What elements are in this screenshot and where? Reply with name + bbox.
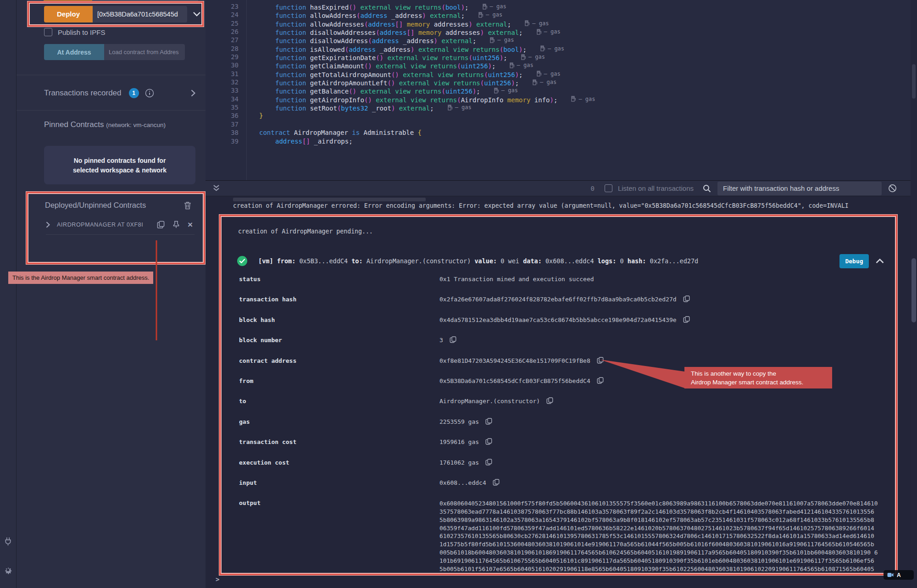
tx-detail-rows: status0x1 Transaction mined and executio… [239, 276, 885, 573]
chevron-right-icon[interactable] [191, 89, 195, 97]
pin-icon[interactable] [172, 221, 180, 228]
gas-estimate-hint: – gas [490, 36, 514, 44]
code-line[interactable]: 28function isAllowed(address _address) e… [206, 44, 911, 53]
info-icon[interactable] [145, 89, 154, 98]
code-line[interactable]: 24function allowAddress(address _address… [206, 11, 911, 19]
settings-icon[interactable] [3, 565, 13, 575]
summary-value: 0x2fa...ed27d [650, 257, 699, 265]
deployed-contract-row[interactable]: AIRDROPMANAGER AT 0XF8I × [46, 221, 193, 228]
line-number: 24 [206, 11, 246, 19]
copy-icon[interactable] [683, 316, 690, 323]
divider [17, 75, 206, 75]
copy-icon[interactable] [485, 459, 492, 466]
code-editor[interactable]: 23function hasExpired() external view re… [206, 0, 911, 180]
close-icon[interactable]: × [188, 222, 193, 228]
copy-icon[interactable] [485, 418, 492, 425]
chevron-up-icon[interactable] [876, 258, 884, 264]
at-address-button[interactable]: At Address [44, 44, 104, 60]
terminal-prompt[interactable]: > [216, 576, 219, 583]
copy-icon[interactable] [597, 357, 604, 364]
code-line[interactable]: 30function getClaimAmount() external vie… [206, 61, 911, 69]
code-line[interactable]: 39address[] _airdrops; [206, 137, 911, 145]
copy-icon[interactable] [485, 438, 492, 445]
tx-summary-row[interactable]: [vm] from: 0x5B3...eddC4 to: AirdropMana… [236, 253, 884, 269]
copy-icon[interactable] [546, 397, 553, 404]
divider [17, 110, 206, 111]
deploy-button[interactable]: Deploy [44, 6, 93, 22]
tx-detail-row: block number3 [239, 337, 885, 357]
gas-pump-icon [521, 54, 526, 60]
deploy-args-field[interactable]: [0x5B38Da6a701c568545d [93, 6, 187, 22]
code-line[interactable]: 25function allowAddresses(address[] memo… [206, 19, 911, 28]
divider [46, 234, 195, 235]
copy-icon[interactable] [597, 377, 604, 384]
editor-scrollbar-thumb[interactable] [912, 64, 916, 99]
code-line[interactable]: 36} [206, 111, 911, 120]
icon-panel [0, 0, 17, 588]
tx-detail-value-text: 0x2fa26e67607ada8f276024f828782ebafe6ff0… [439, 296, 677, 303]
gas-pump-icon [478, 12, 483, 18]
annotation-copy-line2: Airdrop Manager smart contract address. [691, 378, 832, 387]
code-text: function allowAddresses(address[] memory… [246, 19, 549, 28]
error-log-line: creation of AirdropManager errored: Erro… [233, 202, 903, 209]
search-icon [703, 184, 711, 193]
publish-ipfs-checkbox[interactable] [44, 28, 52, 36]
collapse-terminal-icon[interactable] [213, 184, 220, 192]
listen-all-checkbox[interactable] [605, 184, 612, 192]
line-number: 37 [206, 120, 246, 128]
tx-detail-value-text: 0x5B38Da6a701c568545dCfcB03FcB875f56bedd… [439, 377, 590, 384]
tx-detail-value: 3 [439, 337, 456, 344]
code-line[interactable]: 34function getAirdropInfo() external vie… [206, 95, 911, 103]
plugin-manager-icon[interactable] [3, 537, 13, 546]
chevron-down-icon[interactable] [193, 11, 200, 17]
code-lines: 23function hasExpired() external view re… [206, 2, 911, 145]
code-line[interactable]: 32function getAirdropAmountLeft() extern… [206, 78, 911, 86]
copy-icon[interactable] [450, 336, 456, 343]
pinned-title-text: Pinned Contracts [44, 120, 104, 129]
transactions-recorded-row[interactable]: Transactions recorded 1 [44, 88, 206, 98]
gas-pump-icon [525, 20, 529, 26]
line-number: 33 [206, 86, 246, 94]
terminal-scrollbar-thumb[interactable] [911, 258, 916, 322]
code-line[interactable]: 27function disallowAddress(address _addr… [206, 36, 911, 44]
summary-label: to: [351, 257, 367, 265]
summary-value: 0x608...eddc4 [545, 257, 598, 265]
deploy-highlight-box: Deploy [0x5B38Da6a701c568545d [28, 1, 204, 27]
badge-text: A [897, 572, 901, 578]
code-text: function getBalance() external view retu… [246, 86, 518, 94]
tx-detail-value: AirdropManager.(constructor) [439, 398, 553, 405]
annotation-copy-address: This is another way to copy the Airdrop … [684, 367, 832, 388]
copy-address-icon[interactable] [157, 221, 165, 228]
code-line[interactable]: 35function setRoot(bytes32 _root) extern… [206, 103, 911, 111]
code-line[interactable]: 29function getExpirationDate() external … [206, 53, 911, 61]
annotation-contract-address: This is the Airdrop Manager smart contra… [8, 272, 153, 284]
code-line[interactable]: 23function hasExpired() external view re… [206, 2, 911, 11]
gas-estimate-hint: – gas [483, 2, 506, 11]
code-line[interactable]: 38contract AirdropManager is Administrab… [206, 128, 911, 137]
at-address-input[interactable] [104, 44, 185, 60]
line-number: 26 [206, 28, 246, 36]
copy-icon[interactable] [493, 479, 500, 486]
screen-recording-badge: A [884, 570, 914, 580]
gutter-border [246, 0, 247, 180]
code-text: function disallowAddress(address _addres… [246, 36, 514, 44]
tx-detail-value-text: 0x608060405234801561000f575f80fd5b506004… [439, 499, 878, 573]
no-pinned-message: No pinned contracts found for selected w… [44, 146, 195, 184]
tx-detail-row: transaction hash0x2fa26e67607ada8f276024… [239, 296, 885, 316]
summary-label: logs: [598, 257, 620, 265]
line-number: 39 [206, 137, 246, 145]
summary-label: value: [474, 257, 500, 265]
line-number: 28 [206, 44, 246, 53]
expand-chevron-icon[interactable] [46, 222, 50, 228]
clear-console-icon[interactable] [888, 184, 897, 193]
code-line[interactable]: 31function getTotalAirdropAmount() exter… [206, 70, 911, 78]
tx-detail-value-text: AirdropManager.(constructor) [439, 398, 540, 405]
tx-detail-label: input [239, 479, 439, 486]
code-line[interactable]: 26function disallowAddresses(address[] m… [206, 28, 911, 36]
filter-input[interactable] [717, 182, 882, 195]
trash-icon[interactable] [184, 201, 191, 210]
copy-icon[interactable] [683, 295, 690, 302]
code-line[interactable]: 33function getBalance() external view re… [206, 86, 911, 94]
debug-button[interactable]: Debug [839, 254, 869, 268]
code-line[interactable]: 37 [206, 120, 911, 128]
